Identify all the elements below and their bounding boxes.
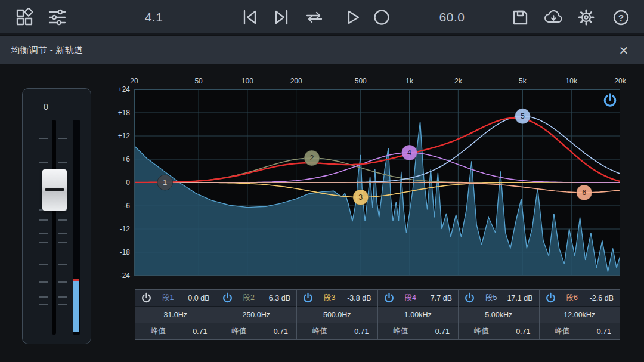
level-meter	[73, 120, 80, 335]
svg-text:5: 5	[521, 112, 525, 120]
settings-gear-icon[interactable]	[575, 0, 597, 35]
dialog-titlebar: 均衡调节 - 新轨道 ✕	[0, 36, 644, 64]
fader-track[interactable]	[52, 120, 56, 335]
fader-tick	[58, 296, 67, 298]
band-5-gain-value[interactable]: 17.1 dB	[507, 294, 532, 302]
freq-tick-label: 50	[194, 77, 202, 85]
band-panel-5: 段517.1 dB5.00kHz峰值0.71	[459, 290, 540, 339]
fader-tick	[39, 162, 48, 163]
fader-tick	[58, 138, 67, 139]
close-icon[interactable]: ✕	[612, 36, 636, 64]
db-tick-label: -12	[105, 225, 130, 233]
freq-tick-label: 20k	[614, 77, 626, 85]
band-3-q-value[interactable]: 0.71	[354, 327, 369, 336]
band-5-handle[interactable]: 5	[515, 109, 530, 124]
fader-handle[interactable]	[42, 169, 67, 211]
band-2-power-button[interactable]	[222, 292, 233, 304]
band-6-q-value[interactable]: 0.71	[597, 327, 611, 336]
band-5-frequency-value[interactable]: 5.00kHz	[459, 306, 539, 323]
freq-tick-label: 2k	[454, 77, 462, 85]
band-2-handle[interactable]: 2	[304, 150, 320, 166]
band-4-handle[interactable]: 4	[402, 145, 417, 160]
svg-text:6: 6	[582, 188, 586, 197]
band-1-gain-value[interactable]: 0.0 dB	[188, 294, 209, 302]
main-toolbar: 4.1 60.0	[0, 0, 644, 35]
svg-text:3: 3	[358, 193, 363, 202]
svg-text:4: 4	[407, 148, 411, 157]
db-tick-label: 0	[105, 178, 130, 187]
fader-tick	[58, 304, 67, 305]
freq-tick-label: 1k	[405, 77, 413, 85]
band-1-q-label: 峰值	[151, 326, 166, 336]
play-icon[interactable]	[342, 0, 363, 35]
dashboard-icon[interactable]	[13, 0, 36, 35]
eq-dialog-window: 4.1 60.0	[0, 0, 644, 362]
band-4-q-value[interactable]: 0.71	[435, 327, 450, 336]
fader-tick	[39, 281, 48, 283]
level-meter-fill	[73, 281, 79, 332]
eq-spectrum-plot[interactable]: 123456	[134, 89, 620, 276]
fader-tick	[58, 162, 67, 163]
fader-tick	[58, 242, 67, 243]
band-5-q-label: 峰值	[474, 326, 489, 336]
band-panel-6: 段6-2.6 dB12.00kHz峰值0.71	[540, 290, 620, 339]
band-6-q-label: 峰值	[555, 326, 570, 336]
level-meter-peak	[73, 279, 79, 281]
band-4-label: 段4	[405, 293, 416, 303]
band-1-frequency-value[interactable]: 31.0Hz	[135, 306, 216, 323]
band-1-power-button[interactable]	[141, 292, 152, 304]
dialog-title: 均衡调节 - 新轨道	[0, 45, 83, 56]
band-4-frequency-value[interactable]: 1.00kHz	[378, 306, 459, 323]
band-5-power-button[interactable]	[464, 292, 475, 304]
band-3-handle[interactable]: 3	[353, 190, 369, 205]
band-panel-2: 段26.3 dB250.0Hz峰值0.71	[216, 290, 298, 339]
band-6-handle[interactable]: 6	[577, 185, 592, 200]
eq-power-button[interactable]	[600, 91, 620, 109]
band-3-frequency-value[interactable]: 500.0Hz	[297, 306, 377, 323]
save-icon[interactable]	[509, 0, 531, 35]
band-3-power-button[interactable]	[302, 292, 314, 304]
repeat-loop-icon[interactable]	[302, 0, 327, 35]
band-2-label: 段2	[243, 293, 255, 303]
band-6-gain-value[interactable]: -2.6 dB	[590, 294, 614, 302]
fader-tick	[39, 304, 48, 305]
fader-tick	[39, 233, 48, 234]
band-5-label: 段5	[485, 293, 497, 303]
band-parameter-panels: 段10.0 dB31.0Hz峰值0.71段26.3 dB250.0Hz峰值0.7…	[135, 289, 620, 340]
db-tick-label: -24	[105, 271, 130, 280]
band-1-handle[interactable]: 1	[157, 175, 173, 190]
help-icon[interactable]: ?	[609, 0, 632, 35]
position-readout[interactable]: 4.1	[136, 0, 172, 35]
mixer-tune-icon[interactable]	[45, 0, 69, 35]
freq-tick-label: 500	[355, 77, 367, 85]
band-panel-1: 段10.0 dB31.0Hz峰值0.71	[135, 290, 216, 339]
skip-to-start-icon[interactable]	[239, 0, 261, 35]
band-2-frequency-value[interactable]: 250.0Hz	[216, 306, 297, 323]
record-icon[interactable]	[370, 0, 393, 35]
band-5-q-value[interactable]: 0.71	[516, 327, 530, 336]
skip-to-end-icon[interactable]	[271, 0, 292, 35]
channel-fader-panel: 0	[22, 88, 91, 344]
tempo-readout[interactable]: 60.0	[434, 0, 470, 35]
band-1-q-value[interactable]: 0.71	[193, 327, 207, 336]
cloud-download-icon[interactable]	[541, 0, 565, 35]
svg-text:2: 2	[310, 154, 314, 162]
band-2-q-value[interactable]: 0.71	[274, 327, 288, 336]
band-4-power-button[interactable]	[383, 292, 395, 304]
band-4-gain-value[interactable]: 7.7 dB	[431, 294, 452, 302]
fader-tick	[58, 281, 67, 283]
db-tick-label: +6	[105, 155, 130, 163]
db-tick-label: -6	[105, 202, 130, 210]
band-2-q-label: 峰值	[232, 326, 247, 336]
fader-value-label: 0	[23, 102, 69, 112]
fader-tick	[39, 138, 48, 139]
band-6-frequency-value[interactable]: 12.00kHz	[540, 306, 620, 323]
band-2-gain-value[interactable]: 6.3 dB	[269, 294, 290, 302]
band-panel-3: 段3-3.8 dB500.0Hz峰值0.71	[297, 290, 378, 339]
band-6-power-button[interactable]	[545, 292, 556, 304]
freq-tick-label: 100	[242, 77, 253, 85]
fader-tick	[39, 296, 48, 298]
band-1-label: 段1	[162, 293, 174, 303]
band-3-gain-value[interactable]: -3.8 dB	[347, 294, 371, 302]
fader-tick	[39, 219, 48, 221]
